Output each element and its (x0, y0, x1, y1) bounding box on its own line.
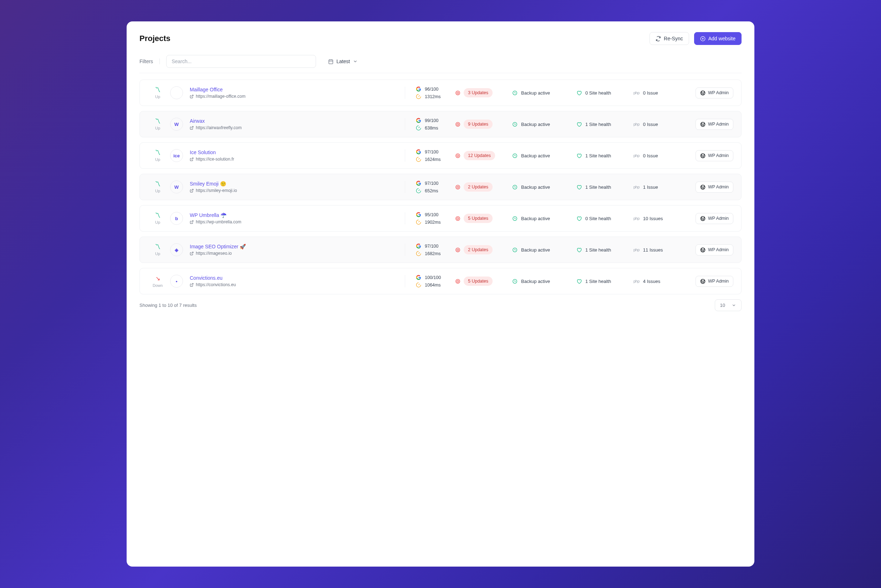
search-input[interactable] (166, 55, 316, 68)
wp-admin-button[interactable]: WP Admin (695, 150, 733, 161)
performance-cell: 97/100 652ms (405, 180, 455, 194)
svg-point-2 (456, 91, 460, 94)
health-label: 0 Site health (585, 90, 611, 96)
external-link-icon (190, 252, 194, 255)
site-name[interactable]: Ice Solution (190, 150, 405, 155)
performance-cell: 97/100 1682ms (405, 243, 455, 256)
health-cell: 1 Site health (576, 122, 634, 127)
score-value: 96/100 (425, 87, 438, 92)
project-row[interactable]: 〽 Up W Airwax https://airwaxfreefly.com … (139, 111, 742, 137)
performance-cell: 96/100 1312ms (405, 86, 455, 99)
logo-cell: ice (168, 149, 186, 162)
updates-badge[interactable]: 9 Updates (464, 120, 493, 129)
project-row[interactable]: ↘ Down • Convictions.eu https://convicti… (139, 268, 742, 294)
sort-dropdown[interactable]: Latest (328, 58, 358, 64)
score-value: 95/100 (425, 212, 438, 217)
site-url[interactable]: https://wp-umbrella.com (190, 219, 405, 224)
updates-badge[interactable]: 12 Updates (464, 151, 495, 160)
admin-cell: WP Admin (687, 213, 733, 224)
speed-value: 638ms (425, 126, 438, 130)
health-label: 1 Site health (585, 247, 611, 253)
backup-label: Backup active (521, 184, 550, 190)
project-row[interactable]: 〽 Up W Smiley Emoji 🙂 https://smiley-emo… (139, 174, 742, 200)
site-name[interactable]: WP Umbrella ☂️ (190, 212, 405, 218)
updates-badge[interactable]: 5 Updates (464, 214, 493, 223)
updates-badge[interactable]: 3 Updates (464, 88, 493, 98)
site-url[interactable]: https://airwaxfreefly.com (190, 125, 405, 130)
site-url[interactable]: https://maillage-office.com (190, 94, 405, 99)
php-icon: php (634, 185, 640, 189)
page-size-select[interactable]: 10 (715, 299, 742, 311)
trend-up-icon: 〽 (148, 118, 168, 124)
svg-point-27 (457, 280, 459, 282)
google-icon (416, 243, 421, 249)
issues-cell: php10 Issues (634, 216, 687, 221)
health-label: 0 Site health (585, 216, 611, 221)
trend-down-icon: ↘ (148, 275, 168, 282)
results-text: Showing 1 to 10 of 7 results (139, 303, 196, 308)
updates-cell: 5 Updates (455, 214, 512, 223)
heart-icon (576, 184, 582, 190)
site-name[interactable]: Smiley Emoji 🙂 (190, 181, 405, 187)
issues-cell: php0 Issue (634, 90, 687, 96)
health-cell: 1 Site health (576, 184, 634, 190)
svg-point-3 (457, 92, 459, 94)
plus-circle-icon (700, 36, 706, 41)
external-link-icon (190, 283, 194, 287)
svg-point-23 (457, 249, 459, 251)
score-value: 97/100 (425, 244, 438, 249)
site-logo: ◈ (170, 243, 183, 256)
wordpress-icon (700, 247, 706, 253)
wp-admin-button[interactable]: WP Admin (695, 87, 733, 99)
updates-badge[interactable]: 5 Updates (464, 276, 493, 286)
site-url[interactable]: https://imageseo.io (190, 251, 405, 256)
project-row[interactable]: 〽 Up Maillage Office https://maillage-of… (139, 80, 742, 106)
site-url[interactable]: https://smiley-emoji.io (190, 188, 405, 193)
site-name[interactable]: Convictions.eu (190, 275, 405, 281)
speed-value: 1682ms (425, 251, 440, 256)
issues-cell: php0 Issue (634, 153, 687, 158)
health-cell: 1 Site health (576, 247, 634, 253)
projects-card: Projects Re-Sync Add website Filters Lat… (127, 21, 754, 567)
speed-value: 1312ms (425, 94, 440, 99)
filters-label[interactable]: Filters (139, 58, 160, 64)
site-name[interactable]: Image SEO Optimizer 🚀 (190, 244, 405, 249)
health-label: 1 Site health (585, 122, 611, 127)
project-row[interactable]: 〽 Up ice Ice Solution https://ice-soluti… (139, 142, 742, 169)
google-icon (416, 86, 421, 92)
speed-icon (416, 94, 421, 99)
external-link-icon (190, 158, 194, 161)
updates-cell: 2 Updates (455, 182, 512, 192)
wp-admin-button[interactable]: WP Admin (695, 276, 733, 287)
site-url[interactable]: https://ice-solution.fr (190, 157, 405, 162)
site-name[interactable]: Maillage Office (190, 87, 405, 92)
trend-up-icon: 〽 (148, 212, 168, 219)
issues-label: 11 Issues (643, 247, 663, 253)
site-logo: ice (170, 149, 183, 162)
admin-cell: WP Admin (687, 182, 733, 193)
speed-icon (416, 251, 421, 256)
project-row[interactable]: 〽 Up b WP Umbrella ☂️ https://wp-umbrell… (139, 205, 742, 231)
backup-label: Backup active (521, 153, 550, 158)
wordpress-icon (700, 153, 706, 158)
target-icon (455, 279, 460, 284)
score-value: 97/100 (425, 181, 438, 186)
wp-admin-button[interactable]: WP Admin (695, 244, 733, 255)
project-row[interactable]: 〽 Up ◈ Image SEO Optimizer 🚀 https://ima… (139, 237, 742, 263)
wp-admin-button[interactable]: WP Admin (695, 119, 733, 130)
updates-badge[interactable]: 2 Updates (464, 245, 493, 254)
site-name[interactable]: Airwax (190, 118, 405, 124)
google-icon (416, 180, 421, 186)
resync-button[interactable]: Re-Sync (650, 32, 689, 45)
site-url[interactable]: https://convictions.eu (190, 282, 405, 287)
trend-up-icon: 〽 (148, 150, 168, 156)
add-website-button[interactable]: Add website (694, 32, 742, 45)
wp-admin-button[interactable]: WP Admin (695, 213, 733, 224)
external-link-icon (190, 94, 194, 99)
speed-icon (416, 219, 421, 225)
target-icon (455, 90, 460, 96)
issues-cell: php11 Issues (634, 247, 687, 253)
updates-badge[interactable]: 2 Updates (464, 182, 493, 192)
issues-label: 0 Issue (643, 90, 658, 96)
wp-admin-button[interactable]: WP Admin (695, 182, 733, 193)
